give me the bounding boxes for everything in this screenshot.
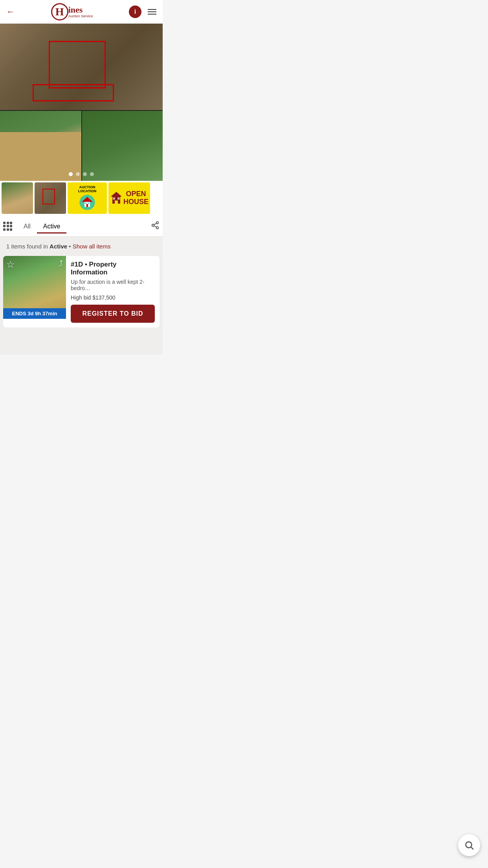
logo-name-wrap: ines Auction Service — [68, 6, 93, 18]
svg-rect-3 — [86, 204, 88, 207]
dot-1[interactable] — [69, 172, 73, 176]
svg-line-15 — [154, 223, 156, 225]
open-house-house-icon — [110, 191, 123, 205]
collage-bottom-row — [0, 111, 163, 181]
results-header: 1 items found in Active • Show all items — [0, 237, 163, 256]
grid-dot-4 — [3, 225, 6, 227]
logo-letter: H — [55, 6, 64, 17]
tab-active[interactable]: Active — [37, 220, 67, 233]
grid-dot-1 — [3, 222, 6, 224]
logo-subtitle: Auction Service — [68, 14, 93, 18]
house-image-right — [82, 111, 163, 181]
results-count: 1 — [6, 243, 9, 250]
svg-point-11 — [156, 222, 159, 224]
menu-line-1 — [148, 9, 156, 10]
listing-favorite-button[interactable]: ☆ — [6, 259, 15, 270]
open-house-label-open: OPEN — [123, 190, 149, 198]
back-button[interactable]: ← — [6, 7, 15, 17]
listing-inner: ☆ ⤴ ENDS 3d 9h 37min #1D • Property Info… — [3, 256, 160, 327]
svg-point-13 — [156, 227, 159, 229]
show-all-items-link[interactable]: Show all items — [73, 243, 111, 250]
listing-info: #1D • Property Information Up for auctio… — [66, 256, 160, 327]
grid-dot-9 — [10, 228, 12, 231]
svg-rect-9 — [113, 197, 115, 200]
svg-rect-8 — [115, 200, 118, 204]
aerial-view — [0, 24, 163, 110]
svg-rect-10 — [117, 197, 120, 200]
results-active-label: Active — [50, 243, 67, 250]
thumb-aerial-box — [42, 189, 55, 204]
listing-image-wrap: ☆ ⤴ ENDS 3d 9h 37min — [3, 256, 66, 319]
share-button[interactable] — [151, 221, 160, 232]
listing-ends-badge: ENDS 3d 9h 37min — [3, 308, 66, 319]
auction-house-icon — [79, 194, 95, 211]
results-count-label: items found in — [11, 243, 50, 250]
tab-all[interactable]: All — [17, 220, 37, 233]
menu-button[interactable] — [148, 9, 156, 15]
image-carousel[interactable] — [0, 24, 163, 181]
thumbnail-1[interactable] — [2, 182, 33, 214]
app-header: ← H ines Auction Service i — [0, 0, 163, 24]
grid-dot-7 — [3, 228, 6, 231]
logo-name: ines — [68, 6, 93, 14]
svg-line-14 — [154, 226, 156, 227]
info-button[interactable]: i — [129, 6, 141, 18]
results-area: 1 items found in Active • Show all items… — [0, 237, 163, 355]
grid-dot-6 — [10, 225, 12, 227]
listing-title: #1D • Property Information — [71, 261, 155, 276]
grid-view-button[interactable] — [3, 222, 13, 231]
grid-dot-5 — [7, 225, 9, 227]
svg-marker-6 — [111, 192, 122, 197]
dot-4[interactable] — [90, 172, 94, 176]
register-to-bid-button[interactable]: REGISTER TO BID — [71, 305, 155, 323]
main-collage — [0, 24, 163, 181]
red-box-outline — [49, 41, 106, 88]
house-image-left — [0, 111, 81, 181]
auction-location-label: AUCTIONLOCATION — [78, 186, 96, 193]
menu-line-3 — [148, 14, 156, 15]
menu-line-2 — [148, 11, 156, 12]
grid-dot-8 — [7, 228, 9, 231]
dot-3[interactable] — [83, 172, 87, 176]
red-box-small-outline — [33, 84, 114, 101]
high-bid-amount: $137,500 — [92, 294, 115, 301]
open-house-label-house: HOUSE — [123, 198, 149, 206]
thumbnail-open-house[interactable]: OPEN HOUSE — [108, 182, 150, 214]
dot-2[interactable] — [76, 172, 80, 176]
thumbnail-strip: AUCTIONLOCATION OPEN HOUSE — [0, 181, 163, 216]
thumbnail-2[interactable] — [35, 182, 66, 214]
auction-location-inner: AUCTIONLOCATION — [69, 184, 105, 212]
svg-point-12 — [152, 224, 154, 226]
grid-dot-2 — [7, 222, 9, 224]
open-house-content: OPEN HOUSE — [110, 190, 149, 206]
app-logo: H ines Auction Service — [51, 3, 93, 20]
header-icons: i — [129, 6, 156, 18]
listing-share-button[interactable]: ⤴ — [59, 259, 63, 268]
listing-high-bid: High bid $137,500 — [71, 294, 155, 301]
svg-rect-5 — [88, 202, 89, 204]
svg-rect-4 — [85, 202, 86, 204]
results-separator: • — [69, 243, 72, 250]
logo-ring: H — [51, 3, 68, 20]
listing-description: Up for auction is a well kept 2-bedro… — [71, 279, 155, 291]
filter-row: All Active — [0, 216, 163, 237]
aerial-image-bg — [0, 24, 163, 110]
grid-dot-3 — [10, 222, 12, 224]
thumbnail-auction-location[interactable]: AUCTIONLOCATION — [68, 182, 107, 214]
listing-card[interactable]: ☆ ⤴ ENDS 3d 9h 37min #1D • Property Info… — [3, 256, 160, 327]
carousel-dots — [69, 172, 94, 176]
high-bid-label: High bid — [71, 294, 91, 301]
